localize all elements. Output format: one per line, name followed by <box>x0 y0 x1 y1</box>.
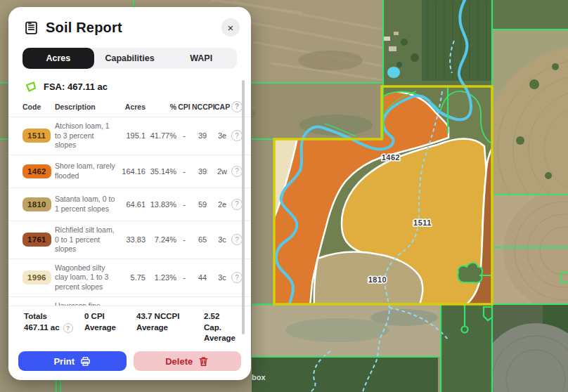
table-row: 1810 Satanta loam, 0 to 1 percent slopes… <box>8 188 251 221</box>
totals-label: Totals <box>24 311 84 322</box>
cpi-average-value: 0 CPI <box>84 311 136 322</box>
delete-button[interactable]: Delete <box>134 351 242 371</box>
row-help-icon[interactable]: ? <box>231 166 243 177</box>
col-nccpi: NCCPI <box>192 103 213 111</box>
nccpi-average-value: 43.7 NCCPI <box>136 311 204 322</box>
fsa-row: FSA: 467.11 ac <box>8 70 251 96</box>
delete-label: Delete <box>165 356 193 367</box>
help-icon[interactable]: ? <box>231 101 243 112</box>
cell-pct: 35.14% <box>147 167 176 176</box>
table-row: 1511 Atchison loam, 1 to 3 percent slope… <box>8 117 251 155</box>
pond <box>387 67 400 78</box>
field-patch <box>285 318 389 342</box>
col-cpi: CPI <box>178 103 191 111</box>
crop-field <box>422 0 492 81</box>
cell-cpi: - <box>178 131 191 140</box>
totals-acres: Totals 467.11 ac ? <box>24 311 84 344</box>
nccpi-average-label: Average <box>136 322 204 334</box>
soil-code-badge: 1761 <box>22 233 51 247</box>
cell-nccpi: 39 <box>192 131 213 140</box>
print-button[interactable]: Print <box>18 351 127 371</box>
fsa-polygon-icon <box>24 80 37 93</box>
cell-nccpi: 39 <box>192 167 213 176</box>
page-title: Soil Report <box>46 20 214 36</box>
cap-average-value: 2.52 Cap. <box>204 311 237 333</box>
cell-cap: 2w <box>214 167 230 176</box>
print-label: Print <box>53 356 75 367</box>
cell-nccpi: 65 <box>192 235 213 244</box>
fsa-label: FSA: 467.11 ac <box>44 81 108 92</box>
cell-cap: 3c <box>214 235 230 244</box>
cell-acres: 64.61 <box>119 200 146 209</box>
map-attribution: box <box>252 373 266 381</box>
totals-acres-value: 467.11 ac <box>24 322 60 334</box>
map-label-1462: 1462 <box>382 153 400 162</box>
cell-pct: 1.23% <box>147 273 176 282</box>
field-scrub <box>492 0 568 30</box>
cell-cpi: - <box>178 273 191 282</box>
soil-table-body: 1511 Atchison loam, 1 to 3 percent slope… <box>8 117 251 306</box>
soil-code-badge: 1810 <box>22 197 51 211</box>
map-label-1810: 1810 <box>368 275 387 284</box>
totals-cpi: 0 CPI Average <box>84 311 136 344</box>
printer-icon <box>80 356 91 367</box>
table-row: 1178 Haverson fine sandy loam, occasiona… <box>8 297 251 306</box>
cell-pct: 13.83% <box>147 200 176 209</box>
action-buttons: Print Delete <box>8 347 251 380</box>
table-header: Code Description Acres % CPI NCCPI CAP ? <box>8 96 251 117</box>
map-label-1511: 1511 <box>413 218 432 227</box>
soil-description: Haverson fine sandy loam, occasionally f… <box>55 301 117 306</box>
totals-cap: 2.52 Cap. Average <box>204 311 237 344</box>
soil-description: Atchison loam, 1 to 3 percent slopes <box>55 122 117 150</box>
field-bottom-green <box>252 357 438 392</box>
cell-cpi: - <box>178 200 191 209</box>
cap-average-label: Average <box>204 333 237 344</box>
trash-icon <box>198 356 209 367</box>
soil-description: Satanta loam, 0 to 1 percent slopes <box>55 195 117 214</box>
soil-report-panel: Soil Report × Acres Capabilities WAPI FS… <box>8 7 251 380</box>
tab-bar: Acres Capabilities WAPI <box>22 48 237 69</box>
col-description: Description <box>55 103 117 111</box>
soil-description: Wagonbed silty clay loam, 1 to 3 percent… <box>55 263 117 292</box>
close-icon[interactable]: × <box>221 18 240 37</box>
soil-code-badge: 1511 <box>22 129 51 143</box>
screen: 1462 1511 1810 box Soil Report × Acres C… <box>0 0 568 392</box>
cell-cap: 3c <box>214 273 230 282</box>
cell-cpi: - <box>178 235 191 244</box>
table-row: 1462 Shore loam, rarely flooded 164.16 3… <box>8 155 251 188</box>
cell-cpi: - <box>178 167 191 176</box>
tab-acres[interactable]: Acres <box>22 48 94 69</box>
panel-header: Soil Report × <box>8 7 251 42</box>
cell-pct: 7.24% <box>147 235 176 244</box>
col-cap: CAP <box>214 103 230 111</box>
col-acres: Acres <box>119 103 146 111</box>
tab-wapi[interactable]: WAPI <box>165 48 237 69</box>
table-row: 1996 Wagonbed silty clay loam, 1 to 3 pe… <box>8 259 251 297</box>
totals-help-icon[interactable]: ? <box>63 323 73 333</box>
cpi-average-label: Average <box>84 322 136 334</box>
totals-nccpi: 43.7 NCCPI Average <box>136 311 204 344</box>
field-patch <box>298 51 363 70</box>
row-help-icon[interactable]: ? <box>231 234 243 245</box>
soil-description: Richfield silt loam, 0 to 1 percent slop… <box>55 226 117 254</box>
cell-acres: 164.16 <box>119 167 146 176</box>
table-row: 1761 Richfield silt loam, 0 to 1 percent… <box>8 221 251 259</box>
soil-description: Shore loam, rarely flooded <box>55 162 117 181</box>
totals-row: Totals 467.11 ac ? 0 CPI Average 43.7 NC… <box>8 306 251 347</box>
cell-acres: 33.83 <box>119 235 146 244</box>
col-code: Code <box>22 103 53 111</box>
tab-capabilities[interactable]: Capabilities <box>94 48 166 69</box>
row-help-icon[interactable]: ? <box>231 199 243 210</box>
scrollbar[interactable] <box>242 80 245 334</box>
report-icon <box>24 20 39 35</box>
cell-acres: 5.75 <box>119 273 146 282</box>
row-help-icon[interactable]: ? <box>231 130 243 141</box>
cell-cap: 2e <box>214 200 230 209</box>
soil-code-badge: 1462 <box>22 164 51 178</box>
cell-nccpi: 59 <box>192 200 213 209</box>
cell-pct: 41.77% <box>147 131 176 140</box>
col-pct: % <box>147 103 176 111</box>
cell-cap: 3e <box>214 131 230 140</box>
row-help-icon[interactable]: ? <box>231 272 243 283</box>
soil-code-badge: 1996 <box>22 270 51 285</box>
